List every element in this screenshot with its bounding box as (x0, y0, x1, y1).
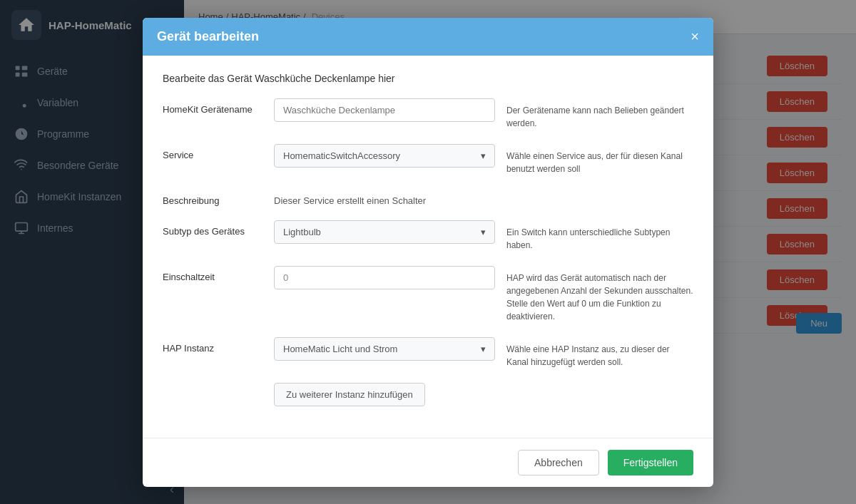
service-control: HomematicSwitchAccessory ▾ (274, 144, 495, 168)
modal-subtitle: Bearbeite das Gerät Waschküche Deckenlam… (163, 73, 693, 84)
subtype-hint: Ein Switch kann unterschiedliche Subtype… (506, 220, 693, 252)
add-instance-spacer (163, 383, 263, 389)
add-instance-button[interactable]: Zu weiterer Instanz hinzufügen (274, 383, 425, 406)
einschaltzeit-hint: HAP wird das Gerät automatisch nach der … (506, 266, 693, 323)
homekit-name-label: HomeKit Gerätename (163, 98, 263, 115)
form-row-hap-instanz: HAP Instanz HomeMatic Licht und Strom ▾ … (163, 337, 693, 369)
einschaltzeit-label: Einschaltzeit (163, 266, 263, 282)
subtype-dropdown-icon: ▾ (481, 227, 486, 237)
form-row-homekit-name: HomeKit Gerätename Der Gerätename kann n… (163, 98, 693, 130)
modal-header: Gerät bearbeiten × (143, 18, 713, 56)
beschreibung-label: Beschreibung (163, 190, 263, 206)
form-row-subtype: Subtyp des Gerätes Lightbulb ▾ Ein Switc… (163, 220, 693, 252)
modal-overlay: Gerät bearbeiten × Bearbeite das Gerät W… (0, 0, 856, 504)
hap-instanz-hint: Wähle eine HAP Instanz aus, zu dieser de… (506, 337, 693, 369)
modal-title: Gerät bearbeiten (157, 29, 259, 44)
beschreibung-value: Dieser Service erstellt einen Schalter (274, 190, 495, 206)
close-button[interactable]: × (691, 29, 699, 43)
homekit-name-control (274, 98, 495, 122)
cancel-button[interactable]: Abbrechen (518, 450, 599, 475)
modal-footer: Abbrechen Fertigstellen (143, 438, 713, 487)
modal-body: Bearbeite das Gerät Waschküche Deckenlam… (143, 56, 713, 438)
einschaltzeit-input[interactable] (274, 266, 495, 289)
homekit-name-input[interactable] (274, 98, 495, 122)
finish-button[interactable]: Fertigstellen (608, 450, 693, 475)
homekit-name-hint: Der Gerätename kann nach Belieben geände… (506, 98, 693, 130)
form-row-einschaltzeit: Einschaltzeit HAP wird das Gerät automat… (163, 266, 693, 323)
hap-instanz-select-button[interactable]: HomeMatic Licht und Strom ▾ (274, 337, 495, 361)
form-row-add-instance: Zu weiterer Instanz hinzufügen (163, 383, 693, 406)
form-row-service: Service HomematicSwitchAccessory ▾ Wähle… (163, 144, 693, 175)
hap-instanz-label: HAP Instanz (163, 337, 263, 354)
einschaltzeit-control (274, 266, 495, 289)
service-value: HomematicSwitchAccessory (283, 150, 400, 161)
service-dropdown-icon: ▾ (481, 150, 486, 161)
subtype-control: Lightbulb ▾ (274, 220, 495, 244)
hap-instanz-value: HomeMatic Licht und Strom (283, 344, 397, 354)
hap-instanz-control: HomeMatic Licht und Strom ▾ (274, 337, 495, 361)
form-row-beschreibung: Beschreibung Dieser Service erstellt ein… (163, 190, 693, 206)
subtype-label: Subtyp des Gerätes (163, 220, 263, 237)
add-instance-control: Zu weiterer Instanz hinzufügen (274, 383, 495, 406)
subtype-value: Lightbulb (283, 227, 321, 237)
service-label: Service (163, 144, 263, 160)
edit-device-modal: Gerät bearbeiten × Bearbeite das Gerät W… (143, 18, 713, 487)
service-hint: Wähle einen Service aus, der für diesen … (506, 144, 693, 175)
subtype-select-button[interactable]: Lightbulb ▾ (274, 220, 495, 244)
service-select-button[interactable]: HomematicSwitchAccessory ▾ (274, 144, 495, 168)
hap-instanz-dropdown-icon: ▾ (481, 344, 486, 354)
